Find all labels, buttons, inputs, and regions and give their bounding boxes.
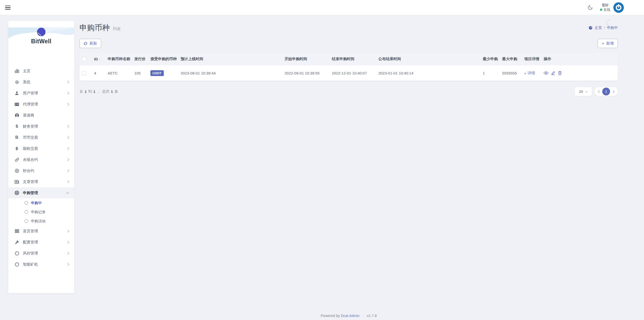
- life-ring-icon: [14, 191, 19, 195]
- cell-est-online-time: 2023-08-01 10:39:44: [181, 65, 285, 81]
- sidebar-item-config[interactable]: 配置管理: [8, 237, 74, 248]
- chevron-right-icon: [66, 180, 69, 183]
- sidebar-item-label: 申购管理: [23, 191, 38, 195]
- prev-page-button[interactable]: [596, 87, 602, 96]
- cell-publish-time: 2023-01-01 10:40:14: [378, 65, 483, 81]
- sidebar-item-label: 币币交易: [23, 135, 38, 140]
- dashboard-gauge-icon: [589, 26, 592, 30]
- sidebar-item-agents[interactable]: 代理管理: [8, 99, 74, 110]
- column-header-id[interactable]: ID↑: [94, 52, 108, 65]
- baht-icon: B: [14, 146, 19, 151]
- circle-icon: [14, 262, 19, 267]
- column-header-end-time: 结束申购时间: [332, 52, 378, 65]
- chevron-right-icon: [66, 169, 69, 172]
- select-all-checkbox[interactable]: [82, 57, 87, 61]
- sidebar-item-home[interactable]: 主页: [8, 65, 74, 77]
- edit-pencil-icon[interactable]: [551, 71, 555, 75]
- create-button[interactable]: + 新增: [598, 39, 618, 48]
- chevron-down-icon: [66, 191, 69, 194]
- chevron-right-icon: [66, 81, 69, 83]
- user-name: 發財: [600, 3, 610, 8]
- chevron-right-icon: [66, 92, 69, 94]
- cell-start-time: 2022-09-01 10:39:55: [285, 65, 332, 81]
- gear-icon: [14, 80, 19, 84]
- refresh-button[interactable]: 刷新: [79, 39, 101, 48]
- main-content: 申购币种 列表 主页 / 申购中 刷新 + 新增: [79, 15, 618, 320]
- footer-version: v1.7.8: [367, 314, 377, 318]
- sidebar-subitem-subscribe-activities[interactable]: 申购活动: [8, 217, 74, 226]
- newspaper-icon: [14, 180, 19, 184]
- sidebar-item-system[interactable]: 系统: [8, 77, 74, 88]
- brand-logo: [37, 27, 46, 37]
- sidebar-item-option-trade[interactable]: B 期权交易: [8, 143, 74, 154]
- chart-bars-icon: [14, 69, 19, 73]
- sidebar: BitWell 主页 系统: [8, 21, 74, 293]
- dark-mode-toggle-icon[interactable]: [587, 5, 593, 10]
- user-status: 在线: [603, 8, 610, 12]
- sidebar-item-label: 秒合约: [23, 168, 34, 173]
- pagination-summary: 从1到1，总共1条: [79, 89, 118, 94]
- avatar[interactable]: [613, 2, 624, 13]
- table-card: ID↑ 申购币种名称 发行价 接受申购的币种 预计上线时间 开始申购时间 结束申…: [79, 52, 618, 81]
- sidebar-item-second-contract[interactable]: 秒合约: [8, 165, 74, 176]
- sidebar-subitem-label: 申购记录: [31, 210, 46, 215]
- sidebar-subitem-subscribing[interactable]: 申购中: [8, 198, 74, 207]
- sidebar-item-subscription[interactable]: 申购管理: [8, 187, 74, 198]
- chevron-right-icon: [66, 241, 69, 243]
- column-header-max: 最大申购: [502, 52, 524, 65]
- table-header-row: ID↑ 申购币种名称 发行价 接受申购的币种 预计上线时间 开始申购时间 结束申…: [79, 52, 618, 65]
- sidebar-item-label: 用户管理: [23, 91, 38, 96]
- menu-toggle-icon[interactable]: [5, 6, 11, 10]
- dollar-icon: $: [14, 124, 19, 129]
- sidebar-item-risk-control[interactable]: 风控管理: [8, 248, 74, 259]
- chevron-right-icon: [66, 147, 69, 150]
- sidebar-item-perpetual[interactable]: 永续合约: [8, 154, 74, 165]
- sidebar-item-label: 财务管理: [23, 124, 38, 129]
- sidebar-item-spot-trade[interactable]: B 币币交易: [8, 132, 74, 143]
- double-chevron-icon: »: [524, 71, 526, 75]
- footer-separator: ·: [363, 314, 364, 318]
- chevron-down-icon: [585, 90, 588, 92]
- user-icon: [14, 91, 19, 95]
- sidebar-item-label: 配置管理: [23, 240, 38, 245]
- sidebar-subitem-subscribe-records[interactable]: 申购记录: [8, 207, 74, 217]
- sidebar-item-finance[interactable]: $ 财务管理: [8, 121, 74, 132]
- sidebar-item-label: 智能矿机: [23, 262, 38, 267]
- column-header-actions: 操作: [544, 52, 618, 65]
- sidebar-item-smart-miner[interactable]: 智能矿机: [8, 259, 74, 270]
- per-page-select[interactable]: 20: [575, 87, 592, 96]
- sidebar-item-homepage[interactable]: 首页管理: [8, 226, 74, 237]
- sidebar-subitem-label: 申购中: [31, 201, 42, 205]
- current-page-button[interactable]: 1: [602, 88, 610, 95]
- column-header-name: 申购币种名称: [108, 52, 134, 65]
- sidebar-menu: 主页 系统 用户管理: [8, 59, 74, 270]
- column-header-publish-time: 公布结果时间: [378, 52, 483, 65]
- id-card-icon: [14, 102, 19, 106]
- sidebar-item-label: 渠道商: [23, 113, 34, 118]
- detail-link[interactable]: » 详情: [524, 71, 535, 76]
- sidebar-item-label: 系统: [23, 80, 30, 85]
- circle-dot-icon: [14, 169, 19, 173]
- navbar-right: 發財 在线: [587, 2, 624, 13]
- next-page-button[interactable]: [610, 87, 617, 96]
- page-footer: Powered by Dcat Admin · v1.7.8: [79, 314, 618, 318]
- delete-trash-icon[interactable]: [558, 71, 562, 75]
- currency-badge: USDT: [150, 70, 164, 76]
- sidebar-item-label: 文章管理: [23, 180, 38, 184]
- circle-icon: [25, 210, 28, 214]
- sidebar-item-channel[interactable]: 渠道商: [8, 110, 74, 121]
- sidebar-item-users[interactable]: 用户管理: [8, 88, 74, 99]
- circle-icon: [14, 251, 19, 256]
- page-subtitle: 列表: [113, 26, 121, 32]
- view-eye-icon[interactable]: [544, 71, 548, 75]
- dcat-admin-link[interactable]: Dcat Admin: [341, 314, 359, 318]
- link-icon: [14, 158, 19, 162]
- sidebar-item-articles[interactable]: 文章管理: [8, 176, 74, 187]
- sidebar-item-label: 主页: [23, 69, 30, 74]
- wrench-icon: [14, 240, 19, 244]
- row-checkbox[interactable]: [82, 71, 87, 76]
- column-header-min: 最少申购: [483, 52, 502, 65]
- breadcrumb-home[interactable]: 主页: [594, 25, 602, 30]
- sidebar-item-label: 期权交易: [23, 146, 38, 151]
- sort-asc-icon[interactable]: ↑: [99, 57, 101, 61]
